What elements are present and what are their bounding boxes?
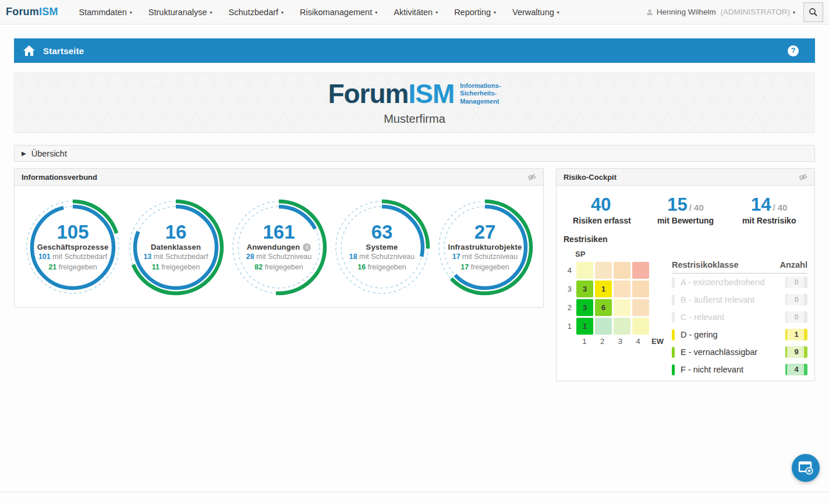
app-logo-part2: ISM	[39, 6, 58, 17]
risk-stats: 40 Risiken erfasst 15/ 40 mit Bewertung …	[557, 186, 814, 225]
stat-value: 14	[751, 194, 771, 215]
company-name: Musterfirma	[384, 112, 445, 126]
nav-item-aktivit-ten[interactable]: Aktivitäten▾	[385, 0, 446, 24]
risk-class-row[interactable]: D - gering1	[672, 326, 807, 343]
donut-line1: 101 mit Schutzbedarf	[38, 251, 107, 262]
nav-item-strukturanalyse[interactable]: Strukturanalyse▾	[140, 0, 221, 24]
app-banner: ForumISM Informations- Sicherheits- Mana…	[14, 72, 815, 133]
risk-class-row[interactable]: C - relevant0	[672, 308, 807, 326]
user-name: Henning Wilhelm	[657, 8, 716, 16]
matrix-cell[interactable]: 1	[576, 318, 593, 335]
help-button[interactable]: ?	[788, 45, 799, 56]
column-header-klasse: Restrisikoklasse	[672, 260, 738, 269]
user-menu[interactable]: Henning Wilhelm (ADMINISTRATOR) ▾	[646, 8, 795, 16]
hide-panel-button[interactable]	[799, 173, 807, 181]
banner-tagline: Informations- Sicherheits- Management	[460, 82, 501, 106]
donut-label: Systeme	[366, 243, 398, 251]
info-icon[interactable]: i	[303, 243, 311, 251]
hide-panel-button[interactable]	[527, 173, 536, 181]
home-icon[interactable]	[23, 45, 35, 56]
footer-divider	[0, 492, 829, 492]
matrix-cell[interactable]: 1	[595, 281, 612, 297]
matrix-cell[interactable]: 6	[595, 299, 612, 316]
add-window-icon	[798, 461, 813, 475]
chevron-down-icon: ▾	[130, 10, 132, 15]
user-icon	[646, 9, 653, 16]
matrix-cell[interactable]	[614, 318, 630, 335]
matrix-cell[interactable]	[576, 262, 593, 279]
risiko-cockpit-panel-header: Risiko-Cockpit	[557, 169, 814, 186]
donut-label: Datenklassen	[151, 243, 201, 251]
risk-class-label: E - vernachlässigbar	[681, 347, 785, 357]
overview-accordion-toggle[interactable]: ▶ Übersicht	[14, 145, 815, 162]
matrix-cell[interactable]: 3	[576, 281, 593, 297]
chevron-down-icon: ▾	[375, 10, 377, 15]
nav-item-risikomanagement[interactable]: Risikomanagement▾	[292, 0, 385, 24]
matrix-cell[interactable]	[595, 318, 612, 335]
risk-class-row[interactable]: B - äußerst relevant0	[672, 291, 807, 308]
nav-item-reporting[interactable]: Reporting▾	[446, 0, 504, 24]
nav-menu: Stammdaten▾Strukturanalyse▾Schutzbedarf▾…	[71, 0, 568, 24]
risk-class-color-bar	[672, 364, 675, 375]
chevron-down-icon: ▾	[210, 10, 212, 15]
donut-card-geschaeftsprozesse[interactable]: 105 Geschäftsprozesse 101 mit Schutzbeda…	[23, 197, 123, 297]
matrix-cell[interactable]	[632, 299, 649, 316]
stat-label: Risiken erfasst	[560, 216, 644, 225]
matrix-cell[interactable]: 3	[576, 299, 593, 316]
add-item-fab-button[interactable]	[792, 454, 820, 482]
donut-card-infrastrukturobjekte[interactable]: 27 Infrastrukturobjekte 17 mit Schutzniv…	[435, 197, 535, 297]
nav-item-verwaltung[interactable]: Verwaltung▾	[504, 0, 568, 24]
donut-card-datenklassen[interactable]: 16 Datenklassen 13 mit Schutzbedarf 11 f…	[126, 197, 226, 297]
risk-class-count-badge: 0	[785, 294, 807, 306]
informationsverbund-panel: Informationsverbund 105 Geschäftsprozess…	[14, 168, 544, 308]
matrix-cell[interactable]	[595, 262, 612, 279]
donut-line2: 82 freigegeben	[254, 262, 303, 272]
matrix-cell[interactable]	[632, 281, 649, 297]
informationsverbund-panel-header: Informationsverbund	[15, 169, 543, 186]
donut-total: 161	[263, 222, 295, 243]
chevron-right-icon: ▶	[22, 150, 26, 157]
app-logo[interactable]: ForumISM	[6, 6, 58, 18]
stat-label: mit Restrisiko	[727, 216, 811, 225]
donut-line2: 21 freigegeben	[48, 262, 97, 272]
donut-total: 63	[371, 222, 393, 243]
banner-logo: ForumISM	[328, 80, 454, 107]
chevron-down-icon: ▾	[793, 10, 795, 15]
matrix-cell[interactable]	[614, 281, 630, 297]
stat-mit-restrisiko: 14/ 40 mit Restrisiko	[727, 195, 811, 225]
chevron-down-icon: ▾	[557, 10, 559, 15]
risk-class-color-bar	[672, 329, 675, 340]
risk-class-row[interactable]: E - vernachlässigbar9	[672, 343, 807, 361]
matrix-y-axis-label: SP	[575, 250, 664, 258]
donut-card-anwendungen[interactable]: 161 Anwendungeni 28 mit Schutzniveau 82 …	[229, 197, 329, 297]
tagline-line: Management	[460, 98, 501, 106]
search-icon	[809, 8, 818, 17]
risk-matrix: SP 433123611 1234EW	[564, 250, 664, 378]
donut-label: Anwendungen	[247, 243, 300, 251]
search-button[interactable]	[803, 2, 823, 22]
matrix-col-label: 1	[576, 337, 593, 346]
matrix-row: 236	[564, 299, 664, 316]
risk-class-label: F - nicht relevant	[681, 365, 785, 374]
chevron-down-icon: ▾	[494, 10, 496, 15]
restrisiken-title: Restrisiken	[564, 235, 814, 244]
donut-card-systeme[interactable]: 63 Systeme 18 mit Schutzniveau 16 freige…	[332, 197, 432, 297]
risk-class-row[interactable]: F - nicht relevant4	[672, 361, 807, 378]
nav-item-schutzbedarf[interactable]: Schutzbedarf▾	[221, 0, 292, 24]
risk-class-label: A - existenzbedrohend	[681, 278, 785, 287]
page-title: Startseite	[43, 46, 84, 56]
stat-value: 40	[591, 194, 611, 215]
matrix-row: 11	[564, 318, 664, 335]
donut-line1: 18 mit Schutzniveau	[349, 251, 415, 262]
matrix-cell[interactable]	[632, 262, 649, 279]
matrix-cell[interactable]	[632, 318, 649, 335]
risk-class-row[interactable]: A - existenzbedrohend0	[672, 274, 807, 291]
donut-line2: 17 freigegeben	[460, 262, 509, 272]
nav-item-stammdaten[interactable]: Stammdaten▾	[71, 0, 140, 24]
matrix-row-label: 2	[564, 303, 572, 312]
stat-risiken-erfasst: 40 Risiken erfasst	[560, 195, 644, 225]
matrix-cell[interactable]	[614, 262, 630, 279]
donut-label: Geschäftsprozesse	[37, 243, 109, 251]
matrix-cell[interactable]	[614, 299, 630, 316]
risk-class-label: B - äußerst relevant	[681, 295, 785, 304]
